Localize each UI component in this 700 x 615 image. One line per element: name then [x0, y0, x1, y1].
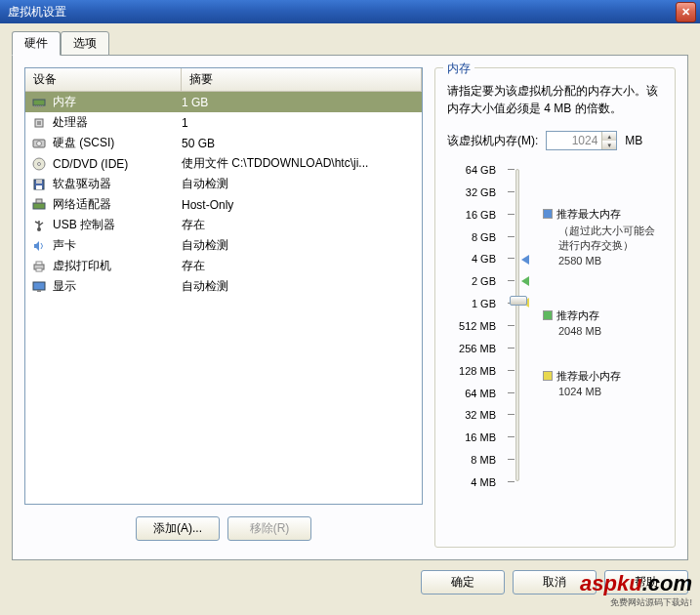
- ok-button[interactable]: 确定: [421, 570, 505, 594]
- tab-bar: 硬件 选项: [12, 31, 688, 56]
- svg-rect-5: [42, 105, 43, 107]
- list-row[interactable]: 声卡自动检测: [25, 235, 422, 256]
- memory-icon: [29, 95, 49, 110]
- spin-down-icon[interactable]: ▼: [601, 141, 616, 149]
- help-button[interactable]: 帮助: [604, 570, 688, 594]
- marker-max: [521, 255, 529, 265]
- svg-rect-14: [36, 185, 42, 189]
- tick-label: 256 MB: [459, 343, 496, 354]
- add-button[interactable]: 添加(A)...: [136, 516, 220, 541]
- tab-options[interactable]: 选项: [61, 31, 109, 56]
- svg-rect-0: [33, 100, 45, 105]
- legend-max: 推荐最大内存 （超过此大小可能会进行内存交换） 2580 MB: [543, 207, 663, 266]
- tick-label: 16 GB: [466, 209, 496, 221]
- device-summary: 50 GB: [182, 137, 418, 150]
- list-row[interactable]: USB 控制器存在: [25, 215, 422, 235]
- legend-rec: 推荐内存 2048 MB: [543, 308, 601, 337]
- device-summary: 自动检测: [182, 278, 418, 295]
- device-name: 显示: [53, 278, 76, 295]
- memory-spinner[interactable]: ▲ ▼: [546, 131, 617, 150]
- memory-input-row: 该虚拟机内存(M): ▲ ▼ MB: [447, 131, 663, 150]
- marker-rec: [521, 276, 529, 286]
- device-name: 网络适配器: [53, 196, 111, 213]
- remove-button[interactable]: 移除(R): [227, 516, 311, 541]
- header-summary[interactable]: 摘要: [182, 68, 422, 91]
- svg-rect-16: [36, 199, 42, 203]
- list-row[interactable]: 显示自动检测: [25, 276, 422, 297]
- slider[interactable]: [506, 164, 533, 486]
- device-name: 声卡: [53, 237, 76, 254]
- svg-rect-1: [34, 105, 35, 107]
- device-name: CD/DVD (IDE): [53, 157, 128, 171]
- device-name: 硬盘 (SCSI): [53, 135, 114, 151]
- svg-rect-2: [36, 105, 37, 107]
- svg-rect-7: [37, 121, 41, 125]
- tick-label: 8 GB: [472, 231, 496, 243]
- sound-icon: [29, 238, 49, 254]
- device-summary: 自动检测: [182, 237, 418, 254]
- device-name: 软盘驱动器: [53, 176, 111, 192]
- list-row[interactable]: 软盘驱动器自动检测: [25, 174, 422, 194]
- device-summary: 1: [182, 116, 418, 130]
- left-column: 设备 摘要 内存1 GB处理器1硬盘 (SCSI)50 GBCD/DVD (ID…: [24, 67, 423, 548]
- tab-hardware[interactable]: 硬件: [12, 31, 61, 56]
- device-name: 虚拟打印机: [53, 258, 111, 274]
- spin-up-icon[interactable]: ▲: [601, 132, 616, 141]
- cd-icon: [29, 156, 49, 172]
- tick-label: 8 MB: [471, 454, 496, 466]
- tick-label: 1 GB: [472, 298, 496, 309]
- window-title: 虚拟机设置: [4, 4, 676, 20]
- svg-rect-19: [36, 262, 42, 265]
- list-row[interactable]: 处理器1: [25, 112, 422, 133]
- header-device[interactable]: 设备: [25, 68, 182, 91]
- slider-thumb[interactable]: [510, 296, 527, 306]
- svg-point-9: [37, 141, 42, 145]
- device-list: 设备 摘要 内存1 GB处理器1硬盘 (SCSI)50 GBCD/DVD (ID…: [24, 67, 423, 505]
- list-row[interactable]: 内存1 GB: [25, 92, 422, 112]
- list-row[interactable]: 虚拟打印机存在: [25, 256, 422, 276]
- list-buttons: 添加(A)... 移除(R): [24, 516, 423, 541]
- svg-point-11: [38, 162, 41, 165]
- memory-unit: MB: [625, 134, 642, 147]
- slider-area: 64 GB32 GB16 GB8 GB4 GB2 GB1 GB512 MB256…: [447, 164, 663, 486]
- tick-label: 4 MB: [471, 476, 496, 488]
- printer-icon: [29, 259, 49, 274]
- usb-icon: [29, 218, 49, 233]
- device-summary: 使用文件 C:\TDDOWNLOAD\htc\ji...: [182, 155, 418, 172]
- tick-label: 2 GB: [472, 275, 496, 287]
- close-icon[interactable]: ✕: [676, 2, 696, 22]
- device-summary: 自动检测: [182, 176, 418, 192]
- tick-label: 32 GB: [466, 186, 496, 198]
- device-name: USB 控制器: [53, 217, 115, 233]
- group-title: 内存: [443, 61, 474, 77]
- legend-min: 推荐最小内存 1024 MB: [543, 369, 621, 397]
- svg-rect-15: [33, 203, 45, 209]
- tick-label: 128 MB: [459, 365, 496, 377]
- tick-label: 64 MB: [465, 388, 496, 399]
- legend: 推荐最大内存 （超过此大小可能会进行内存交换） 2580 MB 推荐内存 204…: [543, 164, 663, 486]
- list-row[interactable]: 网络适配器Host-Only: [25, 194, 422, 215]
- svg-rect-21: [33, 282, 45, 290]
- memory-description: 请指定要为该虚拟机分配的内存大小。该内存大小值必须是 4 MB 的倍数。: [447, 82, 663, 117]
- slider-ticks: 64 GB32 GB16 GB8 GB4 GB2 GB1 GB512 MB256…: [447, 164, 496, 486]
- svg-rect-22: [37, 290, 41, 292]
- svg-rect-13: [36, 180, 42, 184]
- swatch-rec-icon: [543, 310, 553, 320]
- svg-rect-3: [38, 105, 39, 107]
- list-row[interactable]: 硬盘 (SCSI)50 GB: [25, 133, 422, 153]
- device-name: 内存: [53, 94, 76, 110]
- content: 硬件 选项 设备 摘要 内存1 GB处理器1硬盘 (SCSI)50 GBCD/D…: [0, 23, 700, 615]
- memory-label: 该虚拟机内存(M):: [447, 133, 538, 149]
- cancel-button[interactable]: 取消: [513, 570, 597, 594]
- right-column: 内存 请指定要为该虚拟机分配的内存大小。该内存大小值必须是 4 MB 的倍数。 …: [434, 67, 676, 548]
- list-row[interactable]: CD/DVD (IDE)使用文件 C:\TDDOWNLOAD\htc\ji...: [25, 153, 422, 174]
- svg-rect-20: [36, 268, 42, 271]
- memory-input[interactable]: [547, 132, 601, 149]
- nic-icon: [29, 197, 49, 213]
- tick-label: 512 MB: [459, 320, 496, 332]
- floppy-icon: [29, 177, 49, 192]
- titlebar: 虚拟机设置 ✕: [0, 0, 700, 23]
- tick-label: 4 GB: [472, 253, 496, 265]
- list-header: 设备 摘要: [25, 68, 422, 92]
- dialog-buttons: 确定 取消 帮助: [12, 570, 688, 594]
